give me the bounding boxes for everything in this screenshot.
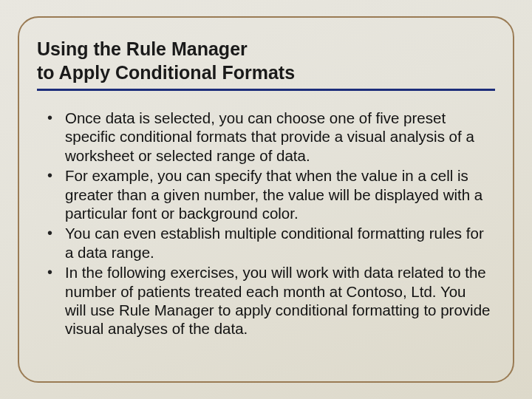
bullet-text: For example, you can specify that when t…	[65, 167, 482, 222]
list-item: In the following exercises, you will wor…	[41, 263, 491, 338]
bullet-text: You can even establish multiple conditio…	[65, 225, 484, 260]
list-item: You can even establish multiple conditio…	[41, 224, 491, 262]
title-underline	[37, 89, 495, 91]
bullet-text: Once data is selected, you can choose on…	[65, 109, 474, 164]
bullet-list: Once data is selected, you can choose on…	[37, 109, 495, 338]
list-item: Once data is selected, you can choose on…	[41, 109, 491, 165]
title-line-2: to Apply Conditional Formats	[37, 62, 295, 83]
list-item: For example, you can specify that when t…	[41, 166, 491, 222]
slide-frame: Using the Rule Manager to Apply Conditio…	[18, 16, 514, 383]
bullet-text: In the following exercises, you will wor…	[65, 264, 490, 337]
title-line-1: Using the Rule Manager	[37, 38, 248, 59]
slide-title: Using the Rule Manager to Apply Conditio…	[37, 37, 495, 84]
